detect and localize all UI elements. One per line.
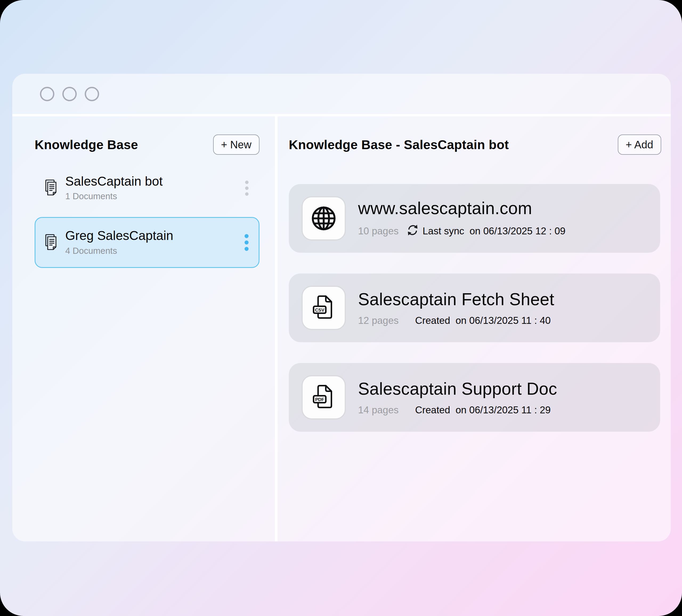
- window-control-circle-1[interactable]: [40, 87, 54, 101]
- card-csv-document[interactable]: CSV Salescaptain Fetch Sheet 12 pages Cr…: [289, 274, 660, 342]
- sidebar-item-subtitle: 4 Documents: [65, 246, 174, 256]
- app-window: Knowledge Base + New: [12, 74, 671, 542]
- card-meta: 10 pages: [358, 224, 566, 238]
- card-pages: 10 pages: [358, 226, 399, 237]
- card-pages: 14 pages: [358, 405, 399, 416]
- sidebar-item-text: SalesCaptain bot 1 Documents: [65, 175, 163, 201]
- card-meta: 14 pages Created on 06/13/2025 11 : 29: [358, 405, 557, 416]
- card-pages: 12 pages: [358, 315, 399, 326]
- new-button[interactable]: + New: [213, 135, 260, 155]
- card-meta: 12 pages Created on 06/13/2025 11 : 40: [358, 315, 554, 326]
- sidebar-item-subtitle: 1 Documents: [65, 191, 163, 201]
- card-body: Salescaptain Support Doc 14 pages Create…: [358, 379, 557, 416]
- card-status-label: Created: [415, 405, 450, 416]
- sidebar-item-title: SalesCaptain bot: [65, 175, 163, 188]
- kebab-dot: [245, 234, 249, 238]
- card-status-date: on 06/13/2025 12 : 09: [470, 226, 566, 237]
- sync-icon: [407, 224, 419, 238]
- document-cards: www.salescaptain.com 10 pages: [289, 184, 661, 432]
- card-status-label: Created: [415, 315, 450, 326]
- window-titlebar: [12, 74, 671, 116]
- documents-icon: [42, 179, 58, 197]
- kebab-dot: [245, 192, 249, 196]
- sidebar-item-text: Greg SalesCaptain 4 Documents: [65, 229, 174, 256]
- main-header: Knowledge Base - SalesCaptain bot + Add: [289, 135, 661, 155]
- sidebar-title: Knowledge Base: [35, 137, 138, 152]
- card-body: Salescaptain Fetch Sheet 12 pages Create…: [358, 290, 554, 326]
- sidebar-item-title: Greg SalesCaptain: [65, 229, 174, 242]
- globe-icon: [301, 196, 346, 241]
- card-body: www.salescaptain.com 10 pages: [358, 199, 566, 238]
- kebab-dot: [245, 186, 249, 190]
- card-website[interactable]: www.salescaptain.com 10 pages: [289, 184, 660, 253]
- main-panel: Knowledge Base - SalesCaptain bot + Add: [278, 116, 671, 542]
- sidebar: Knowledge Base + New: [12, 116, 275, 542]
- card-pdf-document[interactable]: PDF Salescaptain Support Doc 14 pages Cr…: [289, 363, 660, 432]
- card-status-label: Last sync: [423, 226, 464, 237]
- kebab-menu-icon[interactable]: [241, 232, 252, 252]
- kebab-dot: [245, 241, 249, 245]
- window-content: Knowledge Base + New: [12, 116, 671, 542]
- sidebar-header: Knowledge Base + New: [35, 135, 259, 155]
- card-status-date: on 06/13/2025 11 : 29: [456, 405, 551, 416]
- pdf-file-icon: PDF: [301, 375, 346, 419]
- kebab-menu-icon[interactable]: [242, 179, 252, 197]
- window-control-circle-2[interactable]: [62, 87, 77, 101]
- sidebar-item-salescaptain-bot[interactable]: SalesCaptain bot 1 Documents: [35, 163, 259, 213]
- kebab-dot: [245, 181, 249, 184]
- panel-divider: [275, 116, 278, 542]
- card-title: Salescaptain Fetch Sheet: [358, 290, 554, 309]
- main-title: Knowledge Base - SalesCaptain bot: [289, 137, 509, 152]
- documents-icon: [42, 233, 58, 252]
- card-title: www.salescaptain.com: [358, 199, 566, 218]
- card-status-date: on 06/13/2025 11 : 40: [456, 315, 551, 326]
- sidebar-item-greg-salescaptain[interactable]: Greg SalesCaptain 4 Documents: [35, 217, 259, 268]
- add-button[interactable]: + Add: [618, 135, 661, 155]
- window-control-circle-3[interactable]: [85, 87, 99, 101]
- page-background: Knowledge Base + New: [0, 0, 682, 616]
- kebab-dot: [245, 247, 249, 251]
- csv-file-icon: CSV: [301, 286, 346, 330]
- card-title: Salescaptain Support Doc: [358, 379, 557, 399]
- knowledge-base-list: SalesCaptain bot 1 Documents: [35, 163, 259, 268]
- svg-text:PDF: PDF: [315, 397, 324, 402]
- svg-text:CSV: CSV: [315, 307, 325, 313]
